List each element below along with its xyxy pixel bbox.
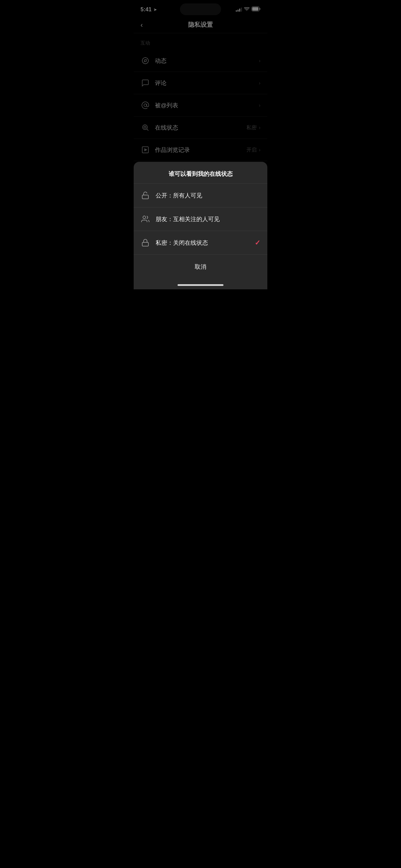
public-option-label: 公开：所有人可见 [156,192,260,200]
sheet-option-private[interactable]: 私密：关闭在线状态 ✓ [134,231,267,255]
selected-checkmark: ✓ [255,239,260,247]
friends-icon [141,214,150,224]
sheet-option-friends[interactable]: 朋友：互相关注的人可见 [134,207,267,231]
home-indicator [178,284,223,286]
lock-icon [141,238,150,248]
cancel-button[interactable]: 取消 [134,256,267,278]
friends-option-label: 朋友：互相关注的人可见 [156,215,260,223]
sheet-title: 谁可以看到我的在线状态 [134,162,267,183]
sheet-option-public[interactable]: 公开：所有人可见 [134,184,267,207]
lock-open-icon [141,191,150,200]
svg-point-12 [143,216,146,219]
private-option-label: 私密：关闭在线状态 [156,239,255,247]
svg-rect-11 [142,195,148,199]
svg-rect-13 [142,242,148,246]
bottom-sheet: 谁可以看到我的在线状态 公开：所有人可见 朋友：互相关注的人可见 [134,162,267,289]
